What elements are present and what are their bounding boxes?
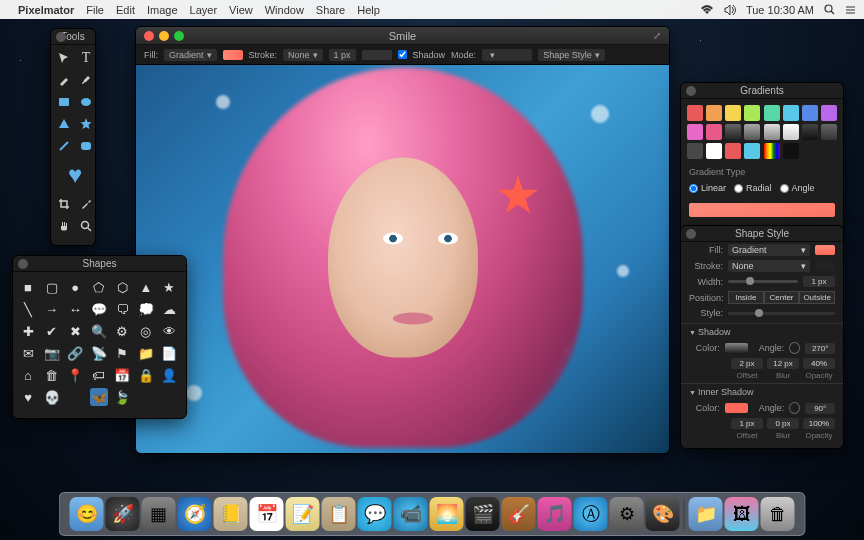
width-value[interactable]: 1 px — [803, 276, 835, 287]
spotlight-icon[interactable] — [824, 4, 835, 15]
dock-downloads[interactable]: 📁 — [689, 497, 723, 531]
shape-pin[interactable]: 📍 — [66, 366, 84, 384]
grad-swatch[interactable] — [821, 124, 837, 140]
mode-select[interactable]: ▾ — [482, 49, 532, 61]
shape-calendar[interactable]: 📅 — [113, 366, 131, 384]
dock-safari[interactable]: 🧭 — [178, 497, 212, 531]
shape-lock[interactable]: 🔒 — [137, 366, 155, 384]
shadow-offset[interactable]: 2 px — [731, 358, 763, 369]
fill-select[interactable]: Gradient▾ — [728, 244, 810, 256]
shape-skull[interactable]: 💀 — [43, 388, 61, 406]
menu-layer[interactable]: Layer — [190, 4, 218, 16]
width-slider[interactable] — [728, 280, 798, 283]
inner-opacity[interactable]: 100% — [803, 418, 835, 429]
rounded-tool[interactable] — [77, 137, 95, 155]
menu-edit[interactable]: Edit — [116, 4, 135, 16]
grad-swatch[interactable] — [764, 105, 780, 121]
volume-icon[interactable] — [724, 5, 736, 15]
brush-tool[interactable] — [77, 71, 95, 89]
grad-swatch[interactable] — [821, 105, 837, 121]
shape-flag[interactable]: ⚑ — [113, 344, 131, 362]
text-tool[interactable]: T — [77, 49, 95, 67]
dock-appstore[interactable]: Ⓐ — [574, 497, 608, 531]
shape-star[interactable]: ★ — [160, 278, 178, 296]
move-tool[interactable] — [55, 49, 73, 67]
shape-leaf[interactable]: 🍃 — [113, 388, 131, 406]
shadow-check[interactable] — [398, 50, 407, 59]
dock-facetime[interactable]: 📹 — [394, 497, 428, 531]
shape-apple[interactable] — [66, 388, 84, 406]
shape-circle[interactable]: ● — [66, 278, 84, 296]
grad-swatch[interactable] — [725, 105, 741, 121]
wifi-icon[interactable] — [700, 5, 714, 15]
grad-swatch[interactable] — [783, 143, 799, 159]
dock-trash[interactable]: 🗑 — [761, 497, 795, 531]
window-zoom[interactable] — [174, 31, 184, 41]
shape-target[interactable]: ◎ — [137, 322, 155, 340]
menu-view[interactable]: View — [229, 4, 253, 16]
dock-launchpad[interactable]: 🚀 — [106, 497, 140, 531]
grad-swatch[interactable] — [725, 143, 741, 159]
grad-swatch[interactable] — [687, 105, 703, 121]
shape-thought[interactable]: 💭 — [137, 300, 155, 318]
clock[interactable]: Tue 10:30 AM — [746, 4, 814, 16]
menu-share[interactable]: Share — [316, 4, 345, 16]
eyedropper-tool[interactable] — [77, 195, 95, 213]
dock-contacts[interactable]: 📒 — [214, 497, 248, 531]
dock-itunes[interactable]: 🎵 — [538, 497, 572, 531]
shape-folder[interactable]: 📁 — [137, 344, 155, 362]
shape-trash[interactable]: 🗑 — [43, 366, 61, 384]
inner-color[interactable] — [725, 403, 749, 413]
shape-rounded[interactable]: ▢ — [43, 278, 61, 296]
shape-camera[interactable]: 📷 — [43, 344, 61, 362]
dock-imovie[interactable]: 🎬 — [466, 497, 500, 531]
grad-swatch[interactable] — [744, 105, 760, 121]
grad-swatch[interactable] — [706, 105, 722, 121]
shape-search[interactable]: 🔍 — [90, 322, 108, 340]
inner-offset[interactable]: 1 px — [731, 418, 763, 429]
shape-cloud[interactable]: ☁ — [160, 300, 178, 318]
style-select[interactable] — [728, 312, 835, 315]
stroke-select[interactable]: None▾ — [728, 260, 810, 272]
hand-tool[interactable] — [55, 217, 73, 235]
dock-reminders[interactable]: 📋 — [322, 497, 356, 531]
grad-swatch[interactable] — [687, 124, 703, 140]
line-tool[interactable] — [55, 137, 73, 155]
menu-help[interactable]: Help — [357, 4, 380, 16]
heart-shape[interactable]: ♥ — [55, 161, 95, 189]
shape-plus[interactable]: ✚ — [19, 322, 37, 340]
shape-pentagon[interactable]: ⬠ — [90, 278, 108, 296]
grad-swatch[interactable] — [687, 143, 703, 159]
grad-swatch[interactable] — [725, 124, 741, 140]
shape-link[interactable]: 🔗 — [66, 344, 84, 362]
dock-finder[interactable]: 😊 — [70, 497, 104, 531]
dock-systemprefs[interactable]: ⚙ — [610, 497, 644, 531]
close-icon[interactable] — [56, 32, 66, 42]
shape-check[interactable]: ✔ — [43, 322, 61, 340]
shadow-section[interactable]: Shadow — [681, 323, 843, 340]
dock-messages[interactable]: 💬 — [358, 497, 392, 531]
menu-window[interactable]: Window — [265, 4, 304, 16]
shadow-opacity[interactable]: 40% — [803, 358, 835, 369]
dock-garageband[interactable]: 🎸 — [502, 497, 536, 531]
shape-arrow-r[interactable]: → — [43, 300, 61, 318]
close-icon[interactable] — [686, 86, 696, 96]
menu-file[interactable]: File — [86, 4, 104, 16]
crop-tool[interactable] — [55, 195, 73, 213]
fill-swatch[interactable] — [815, 245, 835, 255]
fullscreen-icon[interactable]: ⤢ — [653, 30, 661, 41]
shape-home[interactable]: ⌂ — [19, 366, 37, 384]
inner-blur[interactable]: 0 px — [767, 418, 799, 429]
shape-eye[interactable]: 👁 — [160, 322, 178, 340]
grad-swatch[interactable] — [744, 124, 760, 140]
shape-butterfly[interactable]: 🦋 — [90, 388, 108, 406]
menu-image[interactable]: Image — [147, 4, 178, 16]
angle-dial[interactable] — [789, 342, 800, 354]
canvas[interactable] — [136, 65, 669, 454]
shadow-color[interactable] — [725, 343, 749, 353]
ellipse-tool[interactable] — [77, 93, 95, 111]
shape-x[interactable]: ✖ — [66, 322, 84, 340]
grad-radial[interactable]: Radial — [734, 183, 772, 193]
gradient-preview[interactable] — [689, 203, 835, 217]
grad-swatch[interactable] — [783, 105, 799, 121]
